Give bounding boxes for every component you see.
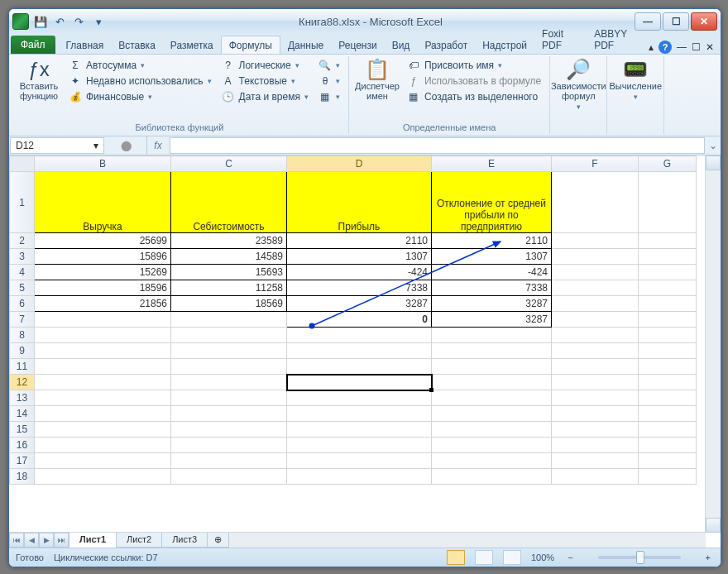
row-header[interactable]: 13 xyxy=(10,390,35,406)
cell[interactable] xyxy=(552,296,639,312)
cell-f1[interactable] xyxy=(552,172,639,233)
cell-b1[interactable]: Выручка xyxy=(35,172,171,233)
row-header[interactable]: 9 xyxy=(10,343,35,359)
cell[interactable]: 23589 xyxy=(171,233,287,249)
cell[interactable] xyxy=(552,265,639,280)
cell[interactable]: 15269 xyxy=(35,265,171,280)
ribbon-collapse-button[interactable]: ▴ xyxy=(649,41,654,53)
cell[interactable]: 11258 xyxy=(171,280,287,296)
cell[interactable] xyxy=(432,406,552,422)
row-header[interactable]: 7 xyxy=(10,312,35,328)
cell[interactable]: 1307 xyxy=(432,249,552,265)
view-pagebreak-button[interactable] xyxy=(503,550,521,565)
cell[interactable] xyxy=(552,312,639,328)
cell[interactable]: -424 xyxy=(432,265,552,280)
cell[interactable] xyxy=(639,422,697,438)
cell-g1[interactable] xyxy=(639,172,697,233)
tab-view[interactable]: Вид xyxy=(385,36,418,54)
cell[interactable] xyxy=(35,343,171,359)
name-manager-button[interactable]: 📋 Диспетчер имен xyxy=(354,58,400,121)
row-header[interactable]: 12 xyxy=(10,375,35,390)
cell[interactable] xyxy=(639,438,697,453)
cell[interactable]: 14589 xyxy=(171,249,287,265)
text-button[interactable]: AТекстовые xyxy=(218,74,312,88)
cell[interactable] xyxy=(171,343,287,359)
tab-insert[interactable]: Вставка xyxy=(111,36,163,54)
tab-layout[interactable]: Разметка xyxy=(163,36,221,54)
cell-d7[interactable]: 0 xyxy=(287,312,432,328)
cell[interactable] xyxy=(639,453,697,469)
view-pagelayout-button[interactable] xyxy=(475,550,493,565)
qat-redo-button[interactable]: ↷ xyxy=(71,13,88,30)
cell[interactable] xyxy=(552,438,639,453)
row-header[interactable]: 8 xyxy=(10,328,35,343)
col-header-c[interactable]: C xyxy=(171,156,287,172)
cell[interactable] xyxy=(287,453,432,469)
qat-save-button[interactable]: 💾 xyxy=(32,13,49,30)
cell[interactable] xyxy=(552,390,639,406)
cell[interactable] xyxy=(35,453,171,469)
cell[interactable] xyxy=(639,312,697,328)
cell[interactable] xyxy=(287,328,432,343)
horizontal-scrollbar[interactable] xyxy=(228,533,706,548)
row-header[interactable]: 3 xyxy=(10,249,35,265)
cell[interactable] xyxy=(552,280,639,296)
cell[interactable] xyxy=(171,390,287,406)
workbook-close-button[interactable]: ✕ xyxy=(706,41,714,53)
col-header-b[interactable]: B xyxy=(35,156,171,172)
tab-file[interactable]: Файл xyxy=(11,36,55,54)
sheet-nav-last[interactable]: ⏭ xyxy=(54,533,69,548)
sheet-tab-3[interactable]: Лист3 xyxy=(161,533,208,548)
tab-abbyy[interactable]: ABBYY PDF xyxy=(587,25,649,54)
cell[interactable] xyxy=(639,328,697,343)
cell[interactable]: 7338 xyxy=(287,280,432,296)
cell[interactable]: 15896 xyxy=(35,249,171,265)
cell[interactable] xyxy=(35,390,171,406)
cell[interactable] xyxy=(171,375,287,390)
cell[interactable] xyxy=(639,390,697,406)
zoom-slider[interactable] xyxy=(598,556,681,559)
cell-e7[interactable]: 3287 xyxy=(432,312,552,328)
cell[interactable] xyxy=(35,438,171,453)
cell[interactable] xyxy=(432,390,552,406)
zoom-in-button[interactable]: + xyxy=(702,552,714,562)
cell[interactable] xyxy=(171,469,287,485)
sheet-nav-next[interactable]: ▶ xyxy=(39,533,54,548)
cell[interactable] xyxy=(639,296,697,312)
cell[interactable] xyxy=(552,422,639,438)
cell[interactable] xyxy=(35,328,171,343)
qat-undo-button[interactable]: ↶ xyxy=(51,13,68,30)
cell[interactable] xyxy=(432,375,552,390)
col-header-e[interactable]: E xyxy=(432,156,552,172)
cell[interactable]: 1307 xyxy=(287,249,432,265)
row-header[interactable]: 15 xyxy=(10,422,35,438)
select-all-corner[interactable] xyxy=(10,156,35,172)
cell[interactable] xyxy=(639,375,697,390)
create-from-selection-button[interactable]: ▦Создать из выделенного xyxy=(404,89,544,104)
row-header[interactable]: 18 xyxy=(10,469,35,485)
sheet-tab-1[interactable]: Лист1 xyxy=(69,533,117,548)
name-box[interactable]: D12 ▾ xyxy=(10,137,104,154)
vertical-scrollbar[interactable] xyxy=(705,155,721,533)
cell[interactable] xyxy=(171,406,287,422)
row-header[interactable]: 11 xyxy=(10,359,35,375)
cell[interactable]: 3287 xyxy=(432,296,552,312)
cell[interactable]: 2110 xyxy=(287,233,432,249)
cell[interactable] xyxy=(171,422,287,438)
more-functions-button[interactable]: ▦ xyxy=(315,89,343,104)
zoom-out-button[interactable]: − xyxy=(564,552,576,562)
cell-grid[interactable]: B C D E F G 1 Выручка Себистоимость Приб… xyxy=(9,155,706,533)
row-header[interactable]: 2 xyxy=(10,233,35,249)
autosum-button[interactable]: ΣАвтосумма xyxy=(65,58,215,73)
datetime-button[interactable]: 🕒Дата и время xyxy=(218,89,312,104)
cell[interactable] xyxy=(35,359,171,375)
cell[interactable] xyxy=(552,453,639,469)
cell[interactable] xyxy=(432,422,552,438)
cell[interactable] xyxy=(552,249,639,265)
row-header[interactable]: 16 xyxy=(10,438,35,453)
sheet-tab-2[interactable]: Лист2 xyxy=(116,533,162,548)
use-in-formula-button[interactable]: ƒИспользовать в формуле xyxy=(404,74,544,88)
cell[interactable] xyxy=(171,312,287,328)
row-header[interactable]: 14 xyxy=(10,406,35,422)
row-header[interactable]: 5 xyxy=(10,280,35,296)
